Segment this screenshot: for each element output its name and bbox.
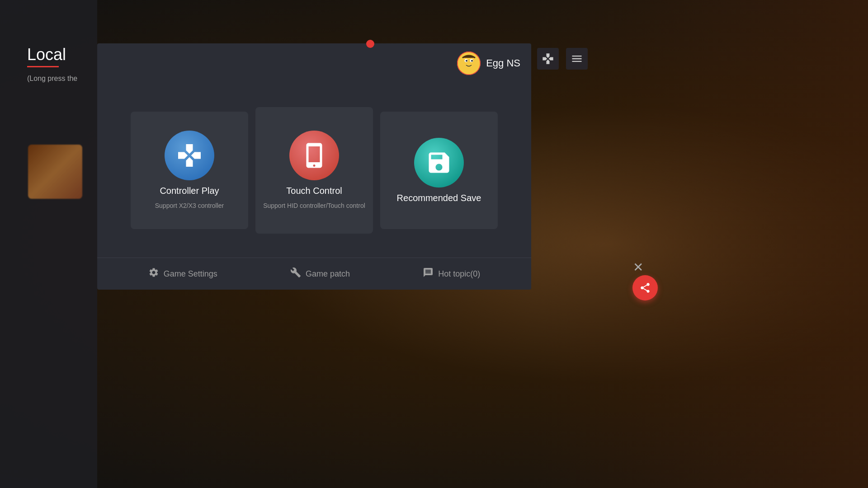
page-title: Local <box>27 45 88 64</box>
game-patch-icon <box>290 267 301 281</box>
controller-play-title: Controller Play <box>160 186 219 196</box>
avatar <box>457 52 481 75</box>
svg-point-5 <box>471 60 473 62</box>
gamepad-icon-button[interactable] <box>537 48 559 70</box>
game-settings-button[interactable]: Game Settings <box>148 267 217 281</box>
svg-point-4 <box>466 60 467 62</box>
controller-play-card[interactable]: Controller Play Support X2/X3 controller <box>131 112 248 229</box>
recommended-save-card[interactable]: Recommended Save <box>380 112 498 229</box>
game-thumbnail <box>28 145 82 199</box>
left-sidebar: Local (Long press the <box>0 0 97 488</box>
touch-control-title: Touch Control <box>286 186 342 196</box>
notification-dot <box>366 40 374 48</box>
overlay-top-bar: Egg NS <box>97 43 531 83</box>
overlay-panel: Egg NS Controller Play Support X2/X3 con… <box>97 43 531 290</box>
share-button[interactable] <box>632 275 658 300</box>
hot-topic-label: Hot topic(0) <box>438 269 480 279</box>
menu-icon-button[interactable] <box>566 48 588 70</box>
touch-control-icon <box>289 131 339 180</box>
top-right-controls <box>537 48 588 70</box>
user-info: Egg NS <box>457 52 520 75</box>
username: Egg NS <box>486 57 520 69</box>
hot-topic-icon <box>423 267 434 281</box>
recommended-save-title: Recommended Save <box>397 193 481 203</box>
game-settings-icon <box>148 267 159 281</box>
right-background <box>533 0 868 488</box>
controller-play-icon <box>165 131 214 180</box>
hot-topic-button[interactable]: Hot topic(0) <box>423 267 480 281</box>
cards-container: Controller Play Support X2/X3 controller… <box>97 83 531 258</box>
touch-control-card[interactable]: Touch Control Support HID controller/Tou… <box>255 107 373 234</box>
close-button[interactable]: ✕ <box>629 258 646 276</box>
page-subtitle: (Long press the <box>27 75 88 83</box>
controller-play-subtitle: Support X2/X3 controller <box>155 202 224 211</box>
game-patch-label: Game patch <box>306 269 350 279</box>
title-underline <box>27 66 59 67</box>
game-settings-label: Game Settings <box>164 269 217 279</box>
game-patch-button[interactable]: Game patch <box>290 267 350 281</box>
touch-control-subtitle: Support HID controller/Touch control <box>263 202 365 211</box>
recommended-save-icon <box>414 138 464 188</box>
bottom-bar: Game Settings Game patch Hot topic(0) <box>97 258 531 290</box>
